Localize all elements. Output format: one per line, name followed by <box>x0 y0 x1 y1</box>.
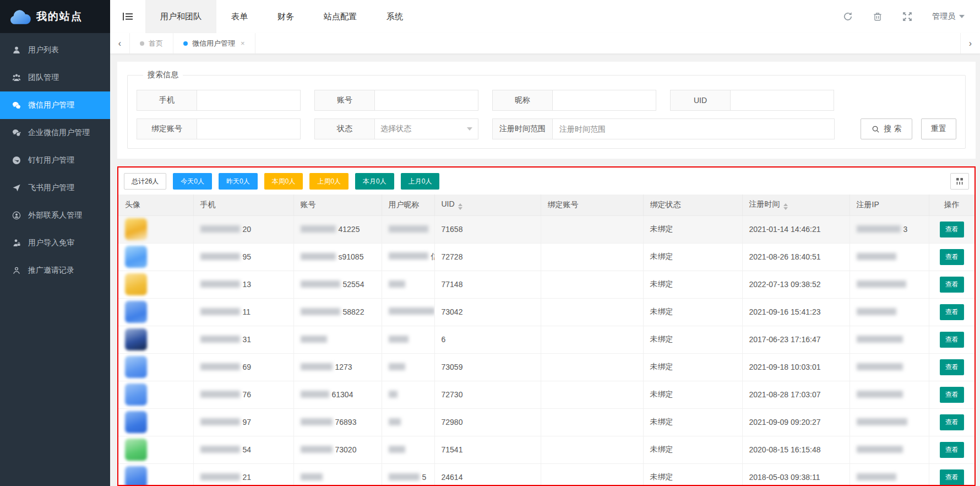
search-button[interactable]: 搜 索 <box>861 118 912 139</box>
sidebar-item[interactable]: 用户列表 <box>0 36 110 64</box>
field-label: 账号 <box>314 90 375 111</box>
phone-suffix: 11 <box>243 307 251 316</box>
account-suffix: 41225 <box>339 225 360 234</box>
avatar <box>125 411 147 433</box>
reset-button[interactable]: 重置 <box>921 118 956 139</box>
sort-icon[interactable] <box>783 203 788 210</box>
bind-status-cell: 未绑定 <box>643 215 742 243</box>
search-field-group: 昵称 <box>492 90 656 111</box>
top-nav-tab[interactable]: 用户和团队 <box>145 0 216 33</box>
tabs-scroll-right-icon[interactable]: › <box>960 33 980 53</box>
redacted-phone <box>200 363 240 370</box>
view-button[interactable]: 查看 <box>940 249 964 265</box>
bind-account-input[interactable] <box>203 124 295 134</box>
top-nav-tab[interactable]: 财务 <box>263 0 309 33</box>
nickname-cell <box>382 408 434 436</box>
close-icon[interactable]: × <box>241 39 245 47</box>
stat-badge[interactable]: 上月0人 <box>401 173 440 190</box>
column-header: 绑定状态 <box>643 195 742 215</box>
reg-ip-cell <box>850 408 929 436</box>
tabs-scroll-left-icon[interactable]: ‹ <box>110 33 130 53</box>
phone-suffix: 76 <box>243 390 252 399</box>
sidebar-item-label: 用户列表 <box>28 45 59 55</box>
avatar-cell <box>118 298 193 326</box>
page-tab[interactable]: 首页 <box>130 33 173 53</box>
tab-dot-icon <box>183 41 188 46</box>
uid-cell: 72980 <box>434 408 541 436</box>
column-filter-button[interactable] <box>950 173 969 190</box>
column-header-label: UID <box>442 199 455 208</box>
view-button[interactable]: 查看 <box>940 387 964 403</box>
bind-status-cell: 未绑定 <box>643 381 742 408</box>
view-button[interactable]: 查看 <box>940 332 964 348</box>
phone-suffix: 13 <box>243 280 252 289</box>
avatar-cell <box>118 436 193 463</box>
view-button[interactable]: 查看 <box>940 442 964 458</box>
stat-badge[interactable]: 今天0人 <box>173 173 212 190</box>
redacted-account <box>301 391 329 398</box>
column-header: 用户昵称 <box>382 195 434 215</box>
sidebar-item[interactable]: 推广邀请记录 <box>0 257 110 284</box>
fullscreen-icon[interactable] <box>902 12 912 21</box>
phone-cell: 54 <box>193 436 293 463</box>
avatar <box>125 439 147 461</box>
search-field-group: 账号 <box>314 90 478 111</box>
view-button[interactable]: 查看 <box>940 469 964 485</box>
nickname-cell <box>382 353 434 381</box>
redacted-phone <box>200 280 240 288</box>
table-row: 31 6 未绑定 2017-06-23 17:16:47 查看 <box>118 326 974 353</box>
top-nav-tab[interactable]: 表单 <box>216 0 263 33</box>
redacted-account <box>301 336 327 343</box>
sidebar-item[interactable]: 企业微信用户管理 <box>0 119 110 147</box>
text-input[interactable] <box>736 95 828 105</box>
chevron-down-icon <box>959 15 965 18</box>
column-header-label: 注册IP <box>857 200 879 209</box>
stat-badge[interactable]: 总计26人 <box>124 173 166 190</box>
stat-badge[interactable]: 上周0人 <box>309 173 349 190</box>
stat-badge[interactable]: 本月0人 <box>355 173 394 190</box>
sidebar-item[interactable]: 钉钉用户管理 <box>0 147 110 174</box>
reg-time-cell: 2017-06-23 17:16:47 <box>742 326 850 353</box>
view-button[interactable]: 查看 <box>940 277 964 293</box>
sidebar-item[interactable]: 用户导入免审 <box>0 229 110 257</box>
nickname-cell <box>382 215 434 243</box>
action-cell: 查看 <box>929 408 974 436</box>
account-cell: 1273 <box>293 353 382 381</box>
redacted-account <box>301 363 333 370</box>
avatar <box>125 273 147 295</box>
text-input[interactable] <box>380 95 472 105</box>
view-button[interactable]: 查看 <box>940 359 964 375</box>
search-row-1: 手机 账号 昵称 <box>137 90 957 111</box>
status-select[interactable]: 状态 选择状态 <box>314 118 478 139</box>
sort-icon[interactable] <box>458 203 462 210</box>
external-contact-icon <box>12 211 21 220</box>
stat-badge[interactable]: 昨天0人 <box>219 173 258 190</box>
brand-logo[interactable]: 我的站点 <box>0 0 110 33</box>
collapse-sidebar-icon[interactable] <box>110 0 145 33</box>
nickname-cell <box>382 326 434 353</box>
redacted-phone <box>200 253 240 260</box>
sidebar-item-label: 飞书用户管理 <box>28 183 74 193</box>
sidebar-item[interactable]: 飞书用户管理 <box>0 174 110 202</box>
date-range-input[interactable] <box>558 124 829 134</box>
refresh-icon[interactable] <box>843 12 853 21</box>
column-header: 注册IP <box>850 195 929 215</box>
trash-icon[interactable] <box>873 12 883 21</box>
view-button[interactable]: 查看 <box>940 222 964 237</box>
nickname-cell: 信 <box>382 243 434 271</box>
view-button[interactable]: 查看 <box>940 414 964 430</box>
user-table: 头像 手机 账号 <box>118 195 974 485</box>
admin-menu[interactable]: 管理员 <box>932 12 965 21</box>
page-tab[interactable]: 微信用户管理 × <box>173 33 255 53</box>
top-nav-tab[interactable]: 站点配置 <box>309 0 372 33</box>
stat-badge[interactable]: 本周0人 <box>264 173 303 190</box>
uid-cell: 24614 <box>434 463 541 485</box>
view-button[interactable]: 查看 <box>940 304 964 320</box>
sidebar-item[interactable]: 团队管理 <box>0 64 110 91</box>
text-input[interactable] <box>558 95 650 105</box>
sidebar-item[interactable]: 微信用户管理 <box>0 91 110 119</box>
sidebar-item[interactable]: 外部联系人管理 <box>0 202 110 229</box>
avatar-cell <box>118 463 193 485</box>
text-input[interactable] <box>203 95 295 105</box>
top-nav-tab[interactable]: 系统 <box>372 0 418 33</box>
